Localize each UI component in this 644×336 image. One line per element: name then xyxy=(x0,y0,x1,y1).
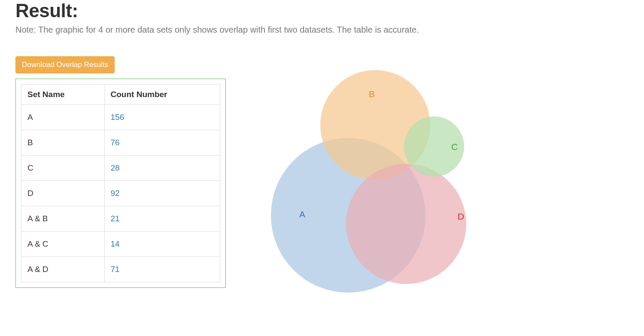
venn-label-B: B xyxy=(369,89,375,99)
results-table: Set Name Count Number A156B76C28D92A & B… xyxy=(21,84,220,282)
table-row: D92 xyxy=(21,181,220,206)
cell-set-name: A & B xyxy=(21,206,105,232)
cell-set-name: D xyxy=(21,181,105,206)
venn-label-A: A xyxy=(299,209,305,219)
results-table-container: Set Name Count Number A156B76C28D92A & B… xyxy=(15,79,226,288)
table-row: A & D71 xyxy=(21,257,220,282)
cell-count-number: 21 xyxy=(104,206,220,232)
download-overlap-results-button[interactable]: Download Overlap Results xyxy=(15,56,115,73)
cell-set-name: A xyxy=(21,105,105,130)
count-link[interactable]: 92 xyxy=(111,189,120,198)
table-row: C28 xyxy=(21,156,220,181)
col-header-set-name: Set Name xyxy=(21,85,105,105)
venn-label-D: D xyxy=(458,211,464,221)
count-link[interactable]: 28 xyxy=(111,163,120,172)
count-link[interactable]: 156 xyxy=(111,113,125,122)
cell-set-name: A & D xyxy=(21,257,105,282)
cell-set-name: B xyxy=(21,130,105,156)
venn-circle-D xyxy=(346,164,466,284)
count-link[interactable]: 76 xyxy=(111,138,120,147)
cell-count-number: 76 xyxy=(104,130,220,156)
cell-count-number: 71 xyxy=(104,257,220,282)
table-row: A156 xyxy=(21,105,220,130)
cell-set-name: A & C xyxy=(21,232,105,257)
note-text: Note: The graphic for 4 or more data set… xyxy=(15,25,629,35)
col-header-count-number: Count Number xyxy=(104,85,220,105)
count-link[interactable]: 71 xyxy=(111,265,120,274)
cell-count-number: 92 xyxy=(104,181,220,206)
cell-set-name: C xyxy=(21,156,105,181)
table-row: B76 xyxy=(21,130,220,156)
count-link[interactable]: 21 xyxy=(111,214,120,223)
table-row: A & B21 xyxy=(21,206,220,232)
cell-count-number: 14 xyxy=(104,232,220,257)
cell-count-number: 156 xyxy=(104,105,220,130)
cell-count-number: 28 xyxy=(104,156,220,181)
page-title: Result: xyxy=(15,0,629,21)
venn-diagram: B C A D xyxy=(264,56,488,297)
venn-label-C: C xyxy=(451,142,458,152)
count-link[interactable]: 14 xyxy=(111,239,120,248)
table-row: A & C14 xyxy=(21,232,220,257)
